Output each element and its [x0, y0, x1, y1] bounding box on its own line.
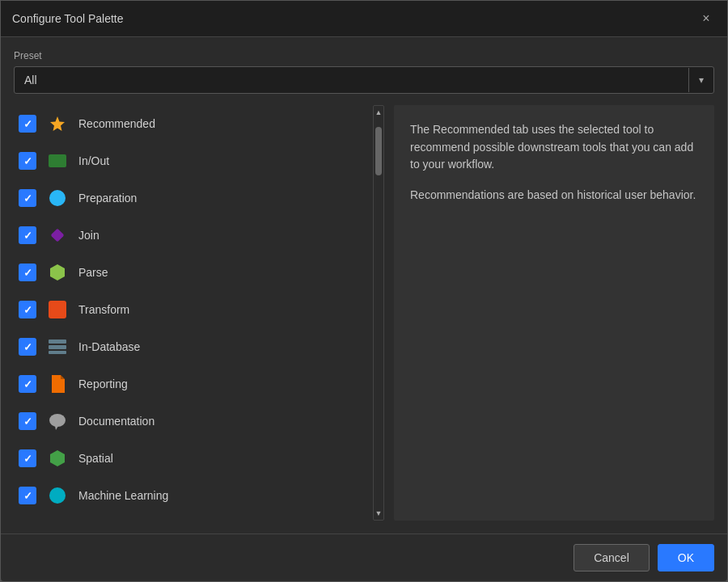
svg-point-12: [49, 487, 66, 504]
tool-icon-parse: [46, 261, 69, 284]
tool-label-parse: Parse: [78, 266, 108, 279]
list-item-preparation[interactable]: ✓Preparation: [14, 179, 366, 217]
list-item-documentation[interactable]: ✓Documentation: [14, 403, 366, 440]
tool-icon-recommended: [46, 112, 69, 135]
list-item-recommended[interactable]: ✓Recommended: [14, 105, 366, 142]
title-bar: Configure Tool Palette ×: [1, 1, 727, 37]
checkbox-spatial[interactable]: ✓: [19, 449, 36, 467]
svg-marker-11: [50, 450, 65, 466]
tool-label-join: Join: [78, 229, 99, 242]
description-panel: The Recommended tab uses the selected to…: [394, 105, 714, 521]
description-text: The Recommended tab uses the selected to…: [410, 121, 698, 205]
svg-point-2: [49, 190, 66, 206]
list-item-join[interactable]: ✓Join: [14, 217, 366, 254]
list-item-transform[interactable]: ✓Transform: [14, 291, 366, 328]
preset-value: All: [15, 67, 688, 93]
tool-label-indatabase: In-Database: [78, 340, 140, 353]
tool-label-spatial: Spatial: [78, 452, 113, 465]
tool-list[interactable]: ✓Recommended✓In/Out✓Preparation✓Join✓Par…: [14, 105, 370, 521]
scroll-up-button[interactable]: ▲: [375, 106, 383, 119]
tool-label-preparation: Preparation: [78, 192, 137, 205]
checkbox-reporting[interactable]: ✓: [19, 375, 36, 393]
svg-rect-8: [49, 351, 66, 354]
tool-icon-machinelearning: [46, 484, 69, 507]
check-icon: ✓: [23, 192, 32, 205]
scroll-down-button[interactable]: ▼: [375, 507, 383, 520]
svg-marker-0: [50, 116, 65, 131]
cancel-button[interactable]: Cancel: [574, 544, 650, 571]
svg-rect-1: [49, 154, 66, 167]
tool-label-recommended: Recommended: [78, 117, 155, 130]
dialog-title: Configure Tool Palette: [12, 12, 124, 25]
check-icon: ✓: [23, 304, 32, 316]
checkbox-join[interactable]: ✓: [19, 226, 36, 244]
check-icon: ✓: [23, 230, 32, 242]
svg-rect-6: [49, 340, 66, 344]
check-icon: ✓: [23, 118, 32, 130]
check-icon: ✓: [23, 415, 32, 428]
svg-point-9: [49, 414, 66, 427]
tool-label-documentation: Documentation: [78, 415, 154, 428]
scroll-thumb[interactable]: [375, 127, 382, 175]
tool-icon-spatial: [46, 447, 69, 470]
checkbox-transform[interactable]: ✓: [19, 301, 36, 318]
configure-tool-palette-dialog: Configure Tool Palette × Preset All ▾ ✓R…: [0, 0, 728, 582]
checkbox-documentation[interactable]: ✓: [19, 412, 36, 430]
checkbox-parse[interactable]: ✓: [19, 264, 36, 281]
check-icon: ✓: [23, 341, 32, 353]
description-paragraph-2: Recommendations are based on historical …: [410, 187, 698, 205]
tool-icon-inout: [46, 150, 69, 172]
tool-icon-join: [46, 224, 69, 247]
tool-label-transform: Transform: [78, 303, 129, 316]
scrollbar[interactable]: ▲ ▼: [373, 105, 384, 521]
list-item-inout[interactable]: ✓In/Out: [14, 142, 366, 179]
tool-icon-documentation: [46, 410, 69, 432]
tool-icon-transform: [46, 298, 69, 321]
close-button[interactable]: ×: [696, 9, 716, 28]
svg-rect-7: [49, 345, 66, 349]
svg-marker-4: [50, 264, 65, 280]
preset-dropdown[interactable]: All ▾: [14, 66, 714, 94]
checkbox-indatabase[interactable]: ✓: [19, 338, 36, 356]
tool-icon-indatabase: [46, 335, 69, 358]
dialog-body: Preset All ▾ ✓Recommended✓In/Out✓Prepara…: [1, 37, 727, 534]
scroll-track: [374, 119, 383, 507]
checkbox-machinelearning[interactable]: ✓: [19, 487, 36, 504]
list-item-indatabase[interactable]: ✓In-Database: [14, 328, 366, 365]
checkbox-preparation[interactable]: ✓: [19, 189, 36, 207]
tool-icon-preparation: [46, 187, 69, 209]
checkbox-inout[interactable]: ✓: [19, 152, 36, 170]
chevron-down-icon: ▾: [688, 68, 713, 92]
content-area: ✓Recommended✓In/Out✓Preparation✓Join✓Par…: [14, 105, 714, 521]
description-paragraph-1: The Recommended tab uses the selected to…: [410, 121, 698, 174]
tool-icon-reporting: [46, 373, 69, 395]
tool-label-machinelearning: Machine Learning: [78, 489, 168, 502]
list-item-textmining[interactable]: ✓Text Mining: [14, 514, 366, 521]
list-item-machinelearning[interactable]: ✓Machine Learning: [14, 477, 366, 514]
check-icon: ✓: [23, 490, 32, 502]
checkbox-recommended[interactable]: ✓: [19, 115, 36, 133]
ok-button[interactable]: OK: [658, 544, 714, 571]
dialog-footer: Cancel OK: [1, 534, 727, 581]
list-item-parse[interactable]: ✓Parse: [14, 254, 366, 291]
svg-rect-5: [49, 301, 66, 318]
svg-rect-3: [51, 229, 65, 242]
check-icon: ✓: [23, 155, 32, 167]
svg-marker-10: [55, 426, 58, 430]
tool-label-reporting: Reporting: [78, 377, 128, 390]
check-icon: ✓: [23, 378, 32, 390]
preset-label: Preset: [14, 50, 714, 61]
check-icon: ✓: [23, 267, 32, 279]
list-panel: ✓Recommended✓In/Out✓Preparation✓Join✓Par…: [14, 105, 370, 521]
list-item-reporting[interactable]: ✓Reporting: [14, 365, 366, 403]
list-item-spatial[interactable]: ✓Spatial: [14, 440, 366, 477]
tool-label-inout: In/Out: [78, 154, 109, 167]
check-icon: ✓: [23, 453, 32, 465]
